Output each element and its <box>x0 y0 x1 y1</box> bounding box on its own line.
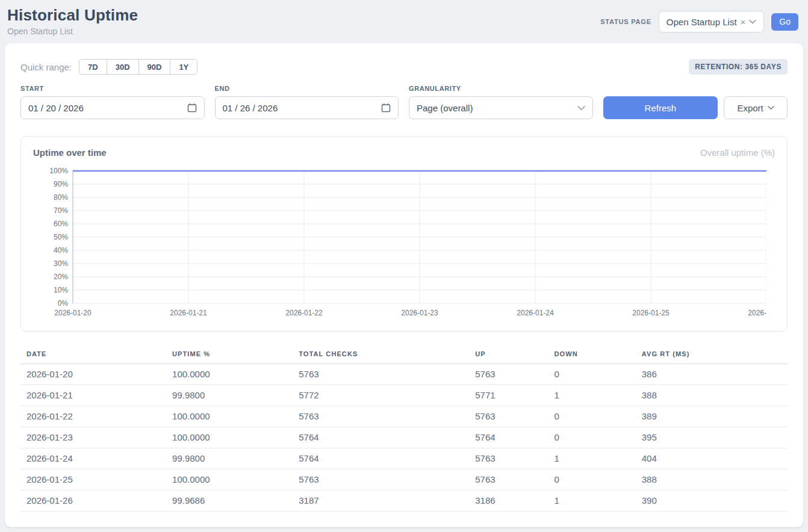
quick-range-label: Quick range: <box>20 62 72 72</box>
svg-text:50%: 50% <box>54 233 68 241</box>
table-cell: 390 <box>636 490 788 512</box>
chart-title: Uptime over time <box>33 147 107 158</box>
svg-text:70%: 70% <box>54 206 68 215</box>
table-cell: 5763 <box>293 406 469 427</box>
svg-text:40%: 40% <box>54 246 68 255</box>
header-right: STATUS PAGE Open Startup List × Go <box>600 11 798 32</box>
table-row: 2026-01-23100.0000576457640395 <box>20 427 788 448</box>
main-panel: Quick range: 7D30D90D1Y RETENTION: 365 D… <box>5 43 803 527</box>
column-header: UP <box>469 345 548 364</box>
quick-range-7d-button[interactable]: 7D <box>79 59 107 75</box>
table-cell: 99.9800 <box>166 385 293 406</box>
table-cell: 1 <box>548 385 635 406</box>
end-date-field-group: END 01 / 26 / 2026 <box>215 85 399 119</box>
table-cell: 5772 <box>293 385 469 406</box>
column-header: DATE <box>20 345 166 364</box>
quick-range-90d-button[interactable]: 90D <box>138 59 171 75</box>
quick-range-buttons: 7D30D90D1Y <box>79 59 197 75</box>
table-cell: 0 <box>548 364 635 385</box>
svg-text:2026-01-25: 2026-01-25 <box>632 309 670 317</box>
table-cell: 5763 <box>469 469 548 490</box>
refresh-button[interactable]: Refresh <box>603 96 718 119</box>
table-cell: 2026-01-23 <box>20 427 166 448</box>
status-page-selected-value: Open Startup List <box>667 17 737 27</box>
table-cell: 1 <box>548 448 635 469</box>
quick-range-1y-button[interactable]: 1Y <box>170 59 197 75</box>
export-label: Export <box>737 103 763 113</box>
granularity-field-group: GRANULARITY Page (overall) <box>409 85 593 119</box>
svg-text:80%: 80% <box>54 193 68 202</box>
page-subtitle: Open Startup List <box>7 26 138 36</box>
chevron-down-icon <box>749 19 756 24</box>
chevron-down-icon <box>577 105 585 111</box>
chevron-down-icon <box>768 105 774 110</box>
table-cell: 99.9686 <box>166 490 293 512</box>
filters-row: START 01 / 20 / 2026 END 01 / 26 / 2026 … <box>20 85 788 119</box>
column-header: TOTAL CHECKS <box>293 345 469 364</box>
table-row: 2026-01-2699.9686318731861390 <box>20 490 788 512</box>
end-date-value: 01 / 26 / 2026 <box>223 103 278 113</box>
granularity-selected-value: Page (overall) <box>417 103 473 113</box>
table-row: 2026-01-2499.9800576457631404 <box>20 448 788 469</box>
clear-selection-icon[interactable]: × <box>741 17 746 27</box>
table-cell: 386 <box>636 364 788 385</box>
chart-header: Uptime over time Overall uptime (%) <box>33 147 775 158</box>
svg-text:90%: 90% <box>54 180 68 188</box>
go-button[interactable]: Go <box>771 13 798 31</box>
svg-text:2026-01-21: 2026-01-21 <box>170 309 207 317</box>
table-cell: 0 <box>548 406 635 427</box>
table-cell: 100.0000 <box>166 469 293 490</box>
quick-range-30d-button[interactable]: 30D <box>107 59 139 75</box>
table-cell: 5763 <box>469 364 548 385</box>
table-cell: 2026-01-25 <box>20 469 166 490</box>
quick-range-group: Quick range: 7D30D90D1Y <box>20 59 197 75</box>
granularity-label: GRANULARITY <box>409 85 593 92</box>
svg-text:2026-01-23: 2026-01-23 <box>401 309 438 317</box>
svg-text:0%: 0% <box>58 299 69 308</box>
svg-text:10%: 10% <box>54 286 68 294</box>
table-cell: 100.0000 <box>166 364 293 385</box>
table-cell: 389 <box>636 406 788 427</box>
page-title: Historical Uptime <box>7 6 138 25</box>
start-label: START <box>20 85 205 92</box>
table-row: 2026-01-22100.0000576357630389 <box>20 406 788 427</box>
export-button[interactable]: Export <box>724 96 788 119</box>
table-cell: 2026-01-26 <box>20 490 166 512</box>
svg-text:2026-01-24: 2026-01-24 <box>517 309 554 317</box>
start-date-input[interactable]: 01 / 20 / 2026 <box>20 96 205 119</box>
end-date-input[interactable]: 01 / 26 / 2026 <box>215 96 399 119</box>
column-header: DOWN <box>548 345 635 364</box>
svg-text:2026-01-22: 2026-01-22 <box>285 309 323 317</box>
table-cell: 100.0000 <box>166 406 293 427</box>
granularity-select[interactable]: Page (overall) <box>409 96 593 119</box>
table-cell: 5763 <box>469 448 548 469</box>
svg-text:20%: 20% <box>54 273 68 281</box>
table-cell: 0 <box>548 427 635 448</box>
table-cell: 5764 <box>469 427 548 448</box>
chart-legend: Overall uptime (%) <box>700 147 775 158</box>
table-cell: 5763 <box>469 406 548 427</box>
table-cell: 100.0000 <box>166 427 293 448</box>
end-label: END <box>215 85 399 92</box>
table-cell: 5763 <box>293 469 469 490</box>
table-cell: 388 <box>636 385 788 406</box>
table-cell: 2026-01-21 <box>20 385 166 406</box>
table-cell: 404 <box>636 448 788 469</box>
calendar-icon[interactable] <box>381 103 391 113</box>
table-cell: 395 <box>636 427 788 448</box>
uptime-line-chart: 0%10%20%30%40%50%60%70%80%90%100%2026-01… <box>33 166 766 320</box>
table-cell: 3186 <box>469 490 548 512</box>
table-header-row: DATEUPTIME %TOTAL CHECKSUPDOWNAVG RT (MS… <box>20 345 788 364</box>
table-cell: 99.9800 <box>166 448 293 469</box>
status-page-select[interactable]: Open Startup List × <box>659 11 765 32</box>
uptime-table: DATEUPTIME %TOTAL CHECKSUPDOWNAVG RT (MS… <box>20 345 788 512</box>
table-cell: 5763 <box>293 364 469 385</box>
table-row: 2026-01-20100.0000576357630386 <box>20 364 788 385</box>
column-header: UPTIME % <box>166 345 293 364</box>
uptime-chart-card: Uptime over time Overall uptime (%) 0%10… <box>20 136 788 332</box>
table-cell: 5764 <box>293 427 469 448</box>
calendar-icon[interactable] <box>187 103 197 113</box>
table-cell: 1 <box>548 490 635 512</box>
page-header: Historical Uptime Open Startup List STAT… <box>0 0 808 43</box>
table-cell: 3187 <box>293 490 469 512</box>
